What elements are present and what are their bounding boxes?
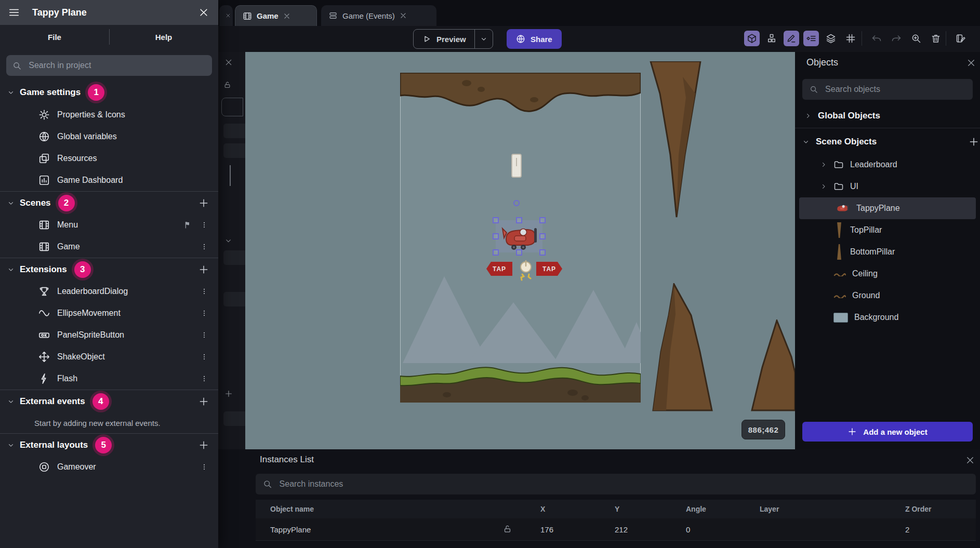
resize-handle-w[interactable] [493, 233, 499, 239]
object-row-background[interactable]: Background [795, 306, 980, 328]
item-game-dashboard[interactable]: Game Dashboard [0, 169, 218, 191]
object-row-tappyplane[interactable]: TappyPlane [795, 197, 980, 219]
project-search[interactable] [6, 55, 212, 76]
close-drawer-icon[interactable] [198, 7, 209, 18]
tab-game-events[interactable]: Game (Events) [321, 5, 436, 26]
editor-tab-bar: Game Game (Events) [218, 0, 980, 26]
instances-list-panel: Instances List Object name X Y Angle Lay… [218, 449, 980, 548]
instances-search-input[interactable] [279, 479, 969, 489]
item-leaderboarddialog[interactable]: LeaderboardDialog [0, 280, 218, 302]
top-pillar-sprite[interactable] [650, 61, 701, 218]
close-icon[interactable] [966, 58, 976, 68]
close-icon[interactable] [965, 456, 975, 465]
share-button[interactable]: Share [507, 29, 562, 49]
kebab-menu-icon[interactable] [201, 331, 208, 339]
clipped-tab-remnant[interactable] [219, 5, 233, 26]
add-new-object-button[interactable]: Add a new object [802, 422, 973, 442]
plus-icon[interactable] [224, 390, 233, 398]
section-external-events[interactable]: External events 4 [0, 390, 218, 412]
global-objects-header[interactable]: Global Objects [795, 105, 980, 127]
open-events-editor-button[interactable] [953, 31, 969, 46]
object-row-ui[interactable]: UI [795, 176, 980, 197]
hamburger-menu-icon[interactable] [8, 7, 20, 18]
section-game-settings[interactable]: Game settings 1 [0, 81, 218, 104]
instances-search[interactable] [256, 474, 976, 494]
item-scene-game[interactable]: Game [0, 236, 218, 258]
edit-mode-button[interactable] [784, 31, 799, 46]
objects-panel: Objects Global Objects Scene Objects Lea… [795, 52, 980, 449]
kebab-menu-icon[interactable] [201, 375, 208, 382]
kebab-menu-icon[interactable] [201, 310, 208, 317]
add-extension-plus-icon[interactable] [198, 264, 209, 275]
undo-button[interactable] [869, 31, 884, 46]
scene-objects-header[interactable]: Scene Objects [795, 131, 980, 153]
instance-properties-button[interactable] [803, 31, 819, 46]
preview-button-main[interactable]: Preview [414, 30, 474, 48]
item-ellipsemovement[interactable]: EllipseMovement [0, 302, 218, 324]
add-external-event-plus-icon[interactable] [198, 396, 209, 407]
tappy-plane-sprite[interactable] [501, 223, 539, 251]
resize-handle-s[interactable] [516, 249, 522, 256]
object-row-toppillar[interactable]: TopPillar [795, 219, 980, 241]
object-row-ceiling[interactable]: Ceiling [795, 263, 980, 285]
kebab-menu-icon[interactable] [201, 243, 208, 250]
close-icon[interactable] [224, 58, 233, 66]
resize-handle-ne[interactable] [539, 217, 546, 223]
section-extensions[interactable]: Extensions 3 [0, 258, 218, 280]
resize-handle-e[interactable] [539, 233, 546, 239]
redo-button[interactable] [889, 31, 904, 46]
objects-search-input[interactable] [824, 84, 965, 95]
kebab-menu-icon[interactable] [201, 463, 208, 471]
objects-search[interactable] [802, 79, 973, 100]
close-tab-icon[interactable] [400, 12, 407, 19]
kebab-menu-icon[interactable] [201, 221, 208, 229]
item-properties-icons[interactable]: Properties & Icons [0, 104, 218, 126]
instance-row-tappyplane[interactable]: TappyPlane 176 212 0 2 [256, 518, 976, 541]
preview-options-dropdown[interactable] [475, 30, 493, 48]
preview-button[interactable]: Preview [413, 29, 493, 49]
rotation-handle[interactable] [513, 200, 520, 206]
zoom-button[interactable] [908, 31, 924, 46]
item-global-variables[interactable]: Global variables [0, 126, 218, 148]
tab-game-scene[interactable]: Game [235, 5, 317, 26]
add-object-plus-icon[interactable] [969, 137, 979, 147]
play-icon [422, 34, 431, 44]
resize-handle-sw[interactable] [493, 249, 499, 256]
globe-icon [516, 34, 525, 44]
kebab-menu-icon[interactable] [201, 353, 208, 360]
layers-panel-button[interactable] [823, 31, 839, 46]
add-scene-plus-icon[interactable] [198, 198, 209, 208]
bottom-pillar-sprite-partial[interactable] [751, 319, 795, 411]
bottom-pillar-sprite[interactable] [651, 283, 714, 411]
lock-open-icon[interactable] [503, 525, 512, 533]
item-label: Resources [57, 154, 97, 163]
item-label: ShakeObject [57, 352, 105, 362]
item-resources[interactable]: Resources [0, 148, 218, 169]
menu-help[interactable]: Help [109, 33, 218, 42]
resize-handle-se[interactable] [539, 249, 546, 256]
section-external-layouts[interactable]: External layouts 5 [0, 433, 218, 456]
kebab-menu-icon[interactable] [201, 288, 208, 295]
scene-editor-canvas[interactable]: TAP TAP 886;462 [245, 52, 795, 449]
resize-handle-nw[interactable] [493, 217, 499, 223]
objects-list-button[interactable] [764, 31, 779, 46]
item-scene-menu[interactable]: Menu [0, 214, 218, 236]
project-search-input[interactable] [28, 60, 206, 71]
resize-handle-n[interactable] [516, 217, 522, 223]
section-scenes[interactable]: Scenes 2 [0, 191, 218, 214]
object-row-bottompillar[interactable]: BottomPillar [795, 241, 980, 263]
item-shakeobject[interactable]: ShakeObject [0, 346, 218, 368]
item-gameover[interactable]: Gameover [0, 456, 218, 478]
toggle-3d-view-button[interactable] [744, 31, 760, 46]
close-tab-icon[interactable] [283, 12, 290, 20]
tap-sign-left: TAP [486, 262, 512, 276]
delete-button[interactable] [928, 31, 944, 46]
grid-toggle-button[interactable] [843, 31, 858, 46]
menu-file[interactable]: File [0, 33, 109, 42]
object-row-ground[interactable]: Ground [795, 285, 980, 306]
item-panelspritebutton[interactable]: PanelSpriteButton [0, 324, 218, 346]
pillar-placeholder-sprite[interactable] [511, 154, 522, 178]
add-external-layout-plus-icon[interactable] [198, 440, 209, 450]
item-flash[interactable]: Flash [0, 368, 218, 390]
object-row-leaderboard[interactable]: Leaderboard [795, 154, 980, 176]
